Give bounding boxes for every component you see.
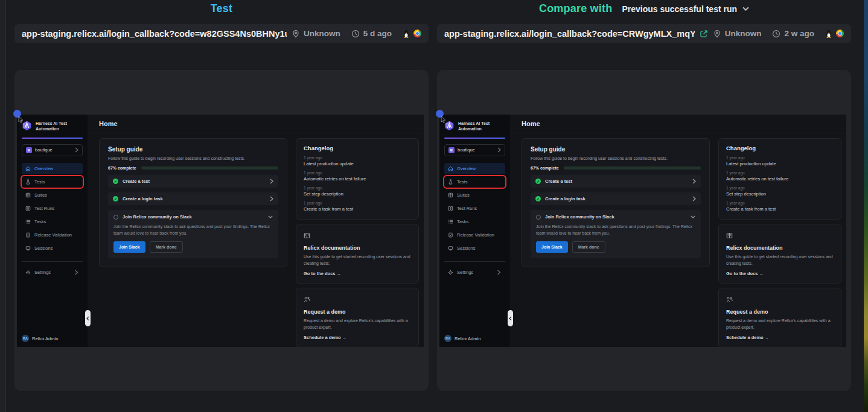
sidebar-item-overview[interactable]: Overview bbox=[22, 163, 83, 174]
setup-guide-title: Setup guide bbox=[108, 146, 278, 153]
go-to-docs-link[interactable]: Go to the docs → bbox=[726, 271, 834, 276]
setup-step-create-login-task[interactable]: ✓ Create a login task bbox=[108, 192, 278, 205]
sidebar-item-overview[interactable]: Overview bbox=[444, 163, 505, 174]
changelog-entry: 1 year ago Automatic retries on test fai… bbox=[304, 171, 411, 182]
list-icon bbox=[448, 219, 453, 224]
sidebar-item-label: Release Validation bbox=[457, 232, 494, 238]
setup-step-create-test[interactable]: ✓ Create a test bbox=[108, 175, 278, 188]
app-sidebar: Harness AI Test Automation B boutique Ov… bbox=[439, 115, 510, 347]
request-demo-description: Request a demo and explore Relicx's capa… bbox=[726, 318, 834, 331]
url-bar-left[interactable]: app-staging.relicx.ai/login_callback?cod… bbox=[14, 24, 429, 43]
chrome-browser-icon bbox=[413, 30, 421, 37]
sidebar-item-label: Sessions bbox=[457, 246, 475, 251]
documentation-card: Relicx documentation Use this guide to g… bbox=[718, 224, 841, 284]
clipboard-check-icon bbox=[448, 232, 453, 238]
location-label: Unknown bbox=[725, 29, 762, 38]
project-badge: B bbox=[448, 147, 455, 153]
sidebar-item-release-validation[interactable]: Release Validation bbox=[444, 229, 505, 241]
brand-name: Harness AI Test Automation bbox=[36, 121, 75, 132]
project-selector[interactable]: B boutique bbox=[22, 144, 83, 156]
mark-done-button[interactable]: Mark done bbox=[572, 241, 605, 253]
sidebar-item-settings[interactable]: Settings bbox=[22, 267, 83, 278]
changelog-card: Changelog 1 year ago Latest production u… bbox=[296, 138, 419, 220]
sidebar-item-label: Test Runs bbox=[457, 206, 477, 211]
changelog-time: 1 year ago bbox=[304, 186, 411, 190]
left-edge-panel bbox=[0, 0, 6, 412]
chevron-down-icon bbox=[742, 7, 749, 11]
documentation-title: Relicx documentation bbox=[726, 245, 834, 251]
user-name: Relicx Admin bbox=[455, 336, 480, 341]
progress-label: 67% complete bbox=[108, 166, 136, 170]
sidebar-item-label: Tests bbox=[34, 179, 45, 185]
request-demo-card: Request a demo Request a demo and explor… bbox=[296, 288, 419, 347]
sidebar-item-suites[interactable]: Suites bbox=[22, 189, 83, 201]
external-link-icon[interactable] bbox=[700, 30, 708, 38]
sidebar-item-test-runs[interactable]: Test Runs bbox=[444, 203, 505, 214]
sidebar-item-tests[interactable]: Tests bbox=[444, 176, 505, 188]
slack-step-header[interactable]: Join Relicx community on Slack bbox=[536, 214, 695, 220]
project-name: boutique bbox=[35, 147, 53, 153]
compare-run-dropdown[interactable]: Previous successful test run bbox=[622, 4, 749, 14]
project-selector[interactable]: B boutique bbox=[444, 144, 505, 156]
user-name: Relicx Admin bbox=[32, 336, 58, 341]
sidebar-item-suites[interactable]: Suites bbox=[444, 189, 505, 201]
changelog-time: 1 year ago bbox=[726, 156, 834, 160]
sidebar-item-release-validation[interactable]: Release Validation bbox=[22, 229, 83, 241]
sidebar-item-label: Tasks bbox=[457, 219, 468, 224]
run-age: 5 d ago bbox=[363, 29, 392, 38]
clock-icon bbox=[772, 30, 780, 38]
sidebar-item-settings[interactable]: Settings bbox=[444, 267, 505, 278]
documentation-card: Relicx documentation Use this guide to g… bbox=[296, 224, 419, 284]
sidebar-item-tasks[interactable]: Tasks bbox=[444, 216, 505, 227]
changelog-time: 1 year ago bbox=[304, 171, 411, 175]
flask-icon bbox=[25, 179, 31, 185]
schedule-demo-link[interactable]: Schedule a demo → bbox=[726, 335, 834, 340]
setup-step-create-login-task[interactable]: ✓ Create a login task bbox=[531, 192, 701, 205]
changelog-entry: 1 year ago Set step description bbox=[726, 186, 834, 197]
setup-guide-description: Follow this guide to begin recording use… bbox=[108, 156, 278, 160]
sidebar-collapse-handle[interactable] bbox=[508, 310, 513, 326]
mouse-cursor-icon bbox=[18, 116, 24, 123]
url-bar-right[interactable]: app-staging.relicx.ai/login_callback?cod… bbox=[437, 24, 851, 43]
app-main: Home Setup guide Follow this guide to be… bbox=[88, 115, 424, 347]
empty-circle-icon bbox=[113, 215, 118, 220]
documentation-description: Use this guide to get started recording … bbox=[726, 254, 834, 267]
user-row[interactable]: RA Relicx Admin bbox=[444, 335, 505, 342]
location-label: Unknown bbox=[304, 29, 340, 38]
setup-step-create-test[interactable]: ✓ Create a test bbox=[531, 175, 701, 188]
join-slack-button[interactable]: Join Slack bbox=[113, 241, 145, 253]
sidebar-item-label: Tests bbox=[457, 179, 468, 185]
sidebar-collapse-handle[interactable] bbox=[85, 310, 91, 326]
changelog-text: Set step description bbox=[726, 191, 834, 197]
step-label: Join Relicx community on Slack bbox=[545, 214, 614, 220]
app-screenshot: Harness AI Test Automation B boutique Ov… bbox=[17, 115, 424, 347]
mark-done-button[interactable]: Mark done bbox=[150, 241, 183, 253]
brand: Harness AI Test Automation bbox=[444, 121, 505, 132]
sidebar-item-test-runs[interactable]: Test Runs bbox=[22, 203, 83, 214]
sidebar-nav: Overview Tests Suites Test Runs Tasks bbox=[444, 163, 505, 254]
changelog-entry: 1 year ago Latest production update bbox=[726, 156, 834, 166]
changelog-entry: 1 year ago Automatic retries on test fai… bbox=[726, 171, 834, 182]
sidebar-item-tests[interactable]: Tests bbox=[22, 176, 83, 188]
url-meta: Unknown 2 w ago bbox=[713, 29, 844, 38]
sidebar-item-label: Tasks bbox=[34, 219, 46, 224]
clipboard-check-icon bbox=[25, 232, 31, 238]
slack-step-description: Join the Relicx community slack to ask q… bbox=[113, 224, 273, 236]
monitor-icon bbox=[25, 246, 31, 251]
schedule-demo-link[interactable]: Schedule a demo → bbox=[304, 335, 411, 340]
slack-step-header[interactable]: Join Relicx community on Slack bbox=[113, 214, 273, 220]
changelog-time: 1 year ago bbox=[304, 156, 411, 160]
home-icon bbox=[25, 166, 31, 171]
progress-row: 67% complete bbox=[108, 166, 278, 170]
go-to-docs-link[interactable]: Go to the docs → bbox=[304, 271, 411, 276]
setup-guide-card: Setup guide Follow this guide to begin r… bbox=[522, 138, 710, 267]
join-slack-button[interactable]: Join Slack bbox=[536, 241, 568, 253]
sidebar-item-sessions[interactable]: Sessions bbox=[22, 242, 83, 254]
sidebar-item-label: Suites bbox=[457, 192, 470, 198]
sidebar-item-tasks[interactable]: Tasks bbox=[22, 216, 83, 227]
user-row[interactable]: RA Relicx Admin bbox=[22, 335, 83, 342]
sidebar-item-label: Overview bbox=[34, 166, 53, 171]
sidebar-item-label: Overview bbox=[457, 166, 476, 171]
step-label: Create a test bbox=[545, 179, 572, 184]
sidebar-item-sessions[interactable]: Sessions bbox=[444, 242, 505, 254]
